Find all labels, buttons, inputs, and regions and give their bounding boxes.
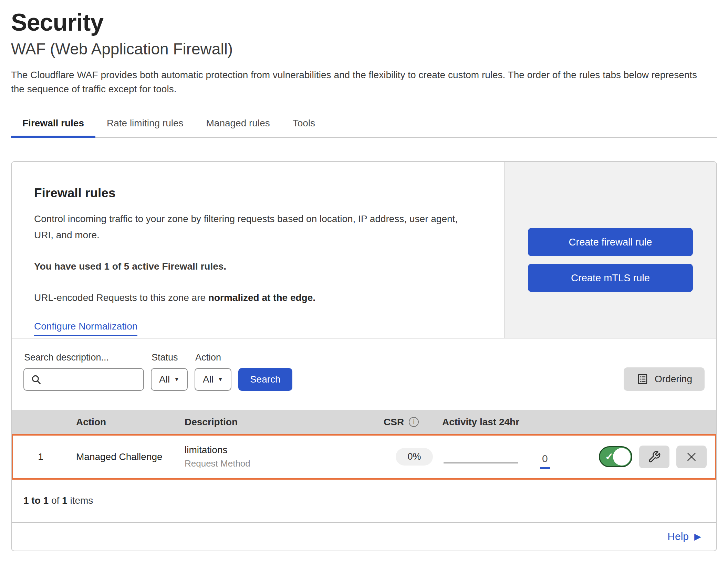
header-csr-label: CSR: [384, 417, 404, 428]
normalization-bold: normalized at the edge.: [208, 292, 315, 303]
section-heading: Firewall rules: [34, 186, 480, 200]
pagination-summary: 1 to 1 of 1 items: [12, 480, 716, 522]
tab-managed-rules[interactable]: Managed rules: [195, 112, 281, 137]
edit-rule-button[interactable]: [639, 446, 669, 468]
search-filter-group: Search description...: [23, 352, 144, 391]
rules-table-header: Action Description CSR i Activity last 2…: [12, 410, 716, 434]
firewall-rules-header-section: Firewall rules Control incoming traffic …: [12, 162, 716, 338]
rule-csr-cell: 0%: [385, 448, 444, 466]
action-filter-group: Action All ▼: [195, 352, 231, 391]
status-select[interactable]: All ▼: [151, 368, 188, 391]
csr-badge: 0%: [396, 448, 433, 466]
help-link[interactable]: Help ▶: [667, 531, 701, 542]
firewall-rules-intro: Firewall rules Control incoming traffic …: [12, 162, 504, 338]
firewall-rules-card: Firewall rules Control incoming traffic …: [11, 161, 717, 551]
help-link-label: Help: [667, 531, 689, 542]
pagination-items: items: [70, 495, 93, 506]
ordering-button[interactable]: Ordering: [624, 367, 705, 391]
rule-action: Managed Challenge: [68, 451, 178, 462]
rule-order: 1: [13, 451, 68, 462]
header-csr: CSR i: [384, 417, 442, 428]
action-select-value: All: [203, 374, 214, 385]
search-input-wrapper: [23, 368, 144, 391]
activity-count-link[interactable]: 0: [540, 453, 550, 469]
chevron-down-icon: ▼: [174, 377, 179, 382]
pagination-total: 1: [62, 495, 67, 506]
chevron-down-icon: ▼: [218, 377, 223, 382]
rule-description-sub: Request Method: [185, 458, 385, 469]
pagination-of: of: [51, 495, 59, 506]
rule-controls: ✓: [599, 446, 715, 468]
actions-panel: Create firewall rule Create mTLS rule: [504, 162, 716, 338]
normalization-prefix: URL-encoded Requests to this zone are: [34, 292, 206, 303]
status-label: Status: [152, 352, 188, 363]
action-select[interactable]: All ▼: [195, 368, 231, 391]
ordering-button-label: Ordering: [655, 374, 692, 385]
info-icon[interactable]: i: [409, 417, 419, 427]
section-description: Control incoming traffic to your zone by…: [34, 211, 478, 243]
activity-sparkline: [444, 462, 518, 463]
tab-tools[interactable]: Tools: [281, 112, 326, 137]
tab-firewall-rules[interactable]: Firewall rules: [11, 112, 95, 137]
search-label: Search description...: [24, 352, 144, 363]
wrench-icon: [648, 450, 661, 463]
create-firewall-rule-button[interactable]: Create firewall rule: [528, 228, 693, 256]
arrow-right-icon: ▶: [694, 532, 701, 541]
close-icon: [685, 451, 698, 463]
page-subtitle: WAF (Web Application Firewall): [11, 40, 717, 58]
page-description: The Cloudflare WAF provides both automat…: [11, 68, 710, 96]
action-label: Action: [195, 352, 231, 363]
header-activity: Activity last 24hr: [442, 417, 597, 428]
normalization-note: URL-encoded Requests to this zone are no…: [34, 290, 478, 306]
search-input[interactable]: [46, 374, 137, 385]
header-description: Description: [177, 417, 384, 428]
card-footer: Help ▶: [12, 522, 716, 551]
rule-activity-cell: 0: [444, 441, 599, 472]
waf-tabbar: Firewall rules Rate limiting rules Manag…: [11, 112, 717, 138]
configure-normalization-link[interactable]: Configure Normalization: [34, 321, 137, 336]
check-icon: ✓: [605, 452, 613, 462]
rule-description: limitations: [185, 445, 385, 456]
pagination-range: 1 to 1: [23, 495, 49, 506]
header-action: Action: [67, 417, 177, 428]
page-title: Security: [11, 10, 717, 36]
create-mtls-rule-button[interactable]: Create mTLS rule: [528, 264, 693, 292]
status-filter-group: Status All ▼: [151, 352, 188, 391]
usage-summary: You have used 1 of 5 active Firewall rul…: [34, 258, 478, 274]
toggle-knob: [613, 448, 631, 466]
status-select-value: All: [159, 374, 170, 385]
rule-enabled-toggle[interactable]: ✓: [599, 446, 632, 467]
ordering-list-icon: [636, 373, 649, 386]
tab-rate-limiting-rules[interactable]: Rate limiting rules: [95, 112, 195, 137]
search-icon: [30, 374, 42, 385]
search-button[interactable]: Search: [238, 368, 292, 391]
table-row: 1 Managed Challenge limitations Request …: [12, 434, 716, 480]
filter-toolbar: Search description... Status All ▼ Actio…: [12, 338, 716, 410]
rule-description-cell: limitations Request Method: [178, 445, 385, 469]
delete-rule-button[interactable]: [676, 446, 707, 468]
